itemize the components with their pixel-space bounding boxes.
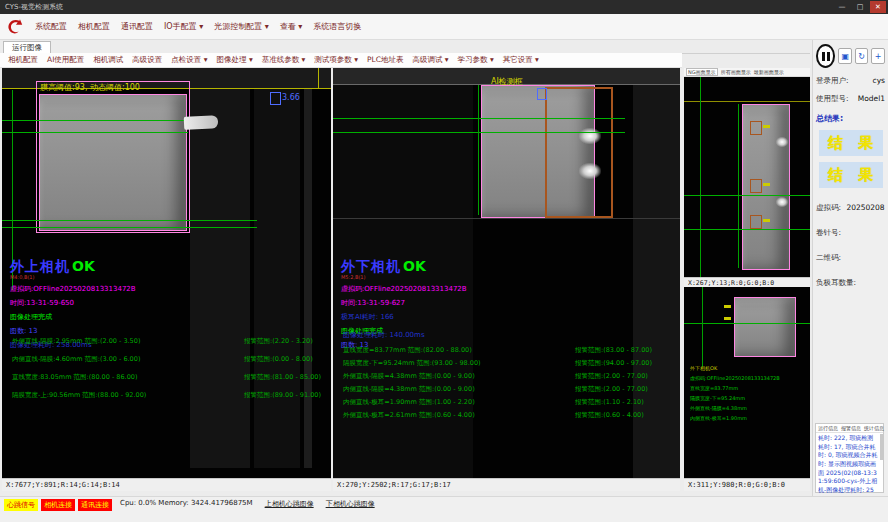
- measure-line: [2, 120, 188, 121]
- result-box-upper: 结 果: [819, 130, 883, 156]
- camera-view-lower[interactable]: AI检测框 外下相机OK M5:2,B(1) 虚拟码:OFFline202502…: [333, 68, 680, 478]
- toolbar-item[interactable]: AI使用配置: [47, 55, 84, 65]
- menu-item[interactable]: 通讯配置: [121, 21, 153, 32]
- measurement-row: 外侧直线-极耳=2.61mm 范围:(0.60 - 4.00)报警范围:(0.6…: [343, 409, 652, 422]
- info-log-scrollbar[interactable]: [880, 434, 883, 460]
- measurement-row: 内侧直线-隔膜:4.60mm 范围:(3.00 - 6.00)报警范围:(0.0…: [12, 350, 321, 368]
- snapshot-button[interactable]: ▣: [838, 48, 852, 64]
- menu-bar: 系统配置相机配置通讯配置IO手配置 ▾光源控制配置 ▾查看 ▾系统语言切换: [0, 14, 888, 40]
- detect-box: [750, 121, 762, 135]
- add-button[interactable]: +: [871, 48, 885, 64]
- info-log-tab[interactable]: 统计信息: [864, 425, 884, 431]
- machine-band: [254, 88, 300, 468]
- toolbar-item[interactable]: 学习参数 ▾: [458, 55, 494, 65]
- measure-line: [700, 77, 701, 277]
- tab-connector: [184, 115, 219, 130]
- annotation-mark: [724, 317, 731, 320]
- measure-line: [2, 220, 257, 221]
- measure-line: [2, 132, 188, 133]
- detect-box: [270, 92, 281, 105]
- mini-overlay-line: 直线宽度=83.77mm: [690, 385, 780, 391]
- measurement-row: 直线宽度=83.77mm 范围:(82.00 - 88.00)报警范围:(83.…: [343, 344, 652, 357]
- lower-camera-heartbeat-link[interactable]: 下相机心跳图像: [326, 499, 375, 509]
- info-log-tab[interactable]: 报警信息: [841, 425, 861, 431]
- barcode-label: 虚拟码:: [816, 203, 841, 212]
- menu-item[interactable]: 系统语言切换: [313, 21, 361, 32]
- toolbar-item[interactable]: 测试项参数 ▾: [314, 55, 358, 65]
- menu-item[interactable]: 查看 ▾: [280, 21, 303, 32]
- capture-time: 时间:13-31-59-627: [341, 298, 467, 308]
- small-view-tab[interactable]: NG画面显示: [686, 68, 718, 76]
- small-view-tab[interactable]: 最新画面显示: [754, 69, 784, 75]
- qr-code-label: 二维码:: [816, 253, 885, 263]
- workpiece-image: [39, 94, 187, 231]
- measurement-row: 外侧直线-隔膜=4.38mm 范围:(0.00 - 9.00)报警范围:(2.0…: [343, 370, 652, 383]
- measurement-row: 直线宽度:83.05mm 范围:(80.00 - 86.00)报警范围:(81.…: [12, 368, 321, 386]
- login-user-row: 登录用户: cys: [816, 76, 885, 86]
- refresh-button[interactable]: ↻: [855, 48, 869, 64]
- toolbar-item[interactable]: 高级设置: [132, 55, 162, 65]
- measure-line: [478, 85, 479, 215]
- toolbar: 相机配置AI使用配置相机调试高级设置点检设置 ▾图像处理 ▾基准线参数 ▾测试项…: [0, 53, 682, 68]
- measurement-row: 内侧直线-极耳=1.90mm 范围:(1.00 - 2.20)报警范围:(1.1…: [343, 396, 652, 409]
- menu-item[interactable]: 系统配置: [35, 21, 67, 32]
- detect-box: [750, 179, 762, 193]
- close-button[interactable]: ✕: [870, 1, 886, 13]
- toolbar-item[interactable]: 相机配置: [8, 55, 38, 65]
- measure-line: [738, 104, 739, 268]
- tab-strip: 运行图像: [0, 40, 810, 54]
- process-elapsed: 图像处理耗时: 140.00ms: [343, 330, 652, 340]
- login-user-value: cys: [873, 76, 885, 86]
- small-view-top[interactable]: [684, 77, 810, 277]
- result-ok: OK: [403, 258, 426, 274]
- virtual-code: 虚拟码:OFFline2025020813313472B: [10, 284, 136, 294]
- model-row: 使用型号: Model1: [816, 94, 885, 104]
- title-bar: CYS-视觉检测系统 — □ ✕: [0, 0, 888, 14]
- result-box-lower: 结 果: [819, 162, 883, 188]
- annotation-mark: [763, 125, 770, 128]
- toolbar-item[interactable]: 图像处理 ▾: [217, 55, 253, 65]
- toolbar-item[interactable]: 点检设置 ▾: [171, 55, 207, 65]
- info-log-text: 耗时: 222, 瑕疵检测耗时: 17, 瑕疵合并耗时: 0, 瑕疵视频合并耗时…: [816, 433, 883, 505]
- toolbar-item[interactable]: 高级调试 ▾: [412, 55, 448, 65]
- annotation-mark: [763, 183, 770, 186]
- mini-overlay-text: 外下相机OK虚拟码:OFFline2025020813313472B直线宽度=8…: [690, 365, 780, 421]
- total-result-label: 总结果:: [816, 113, 885, 124]
- machine-band: [304, 88, 312, 468]
- minimize-button[interactable]: —: [834, 1, 850, 13]
- menu-item[interactable]: 相机配置: [78, 21, 110, 32]
- pixel-coords-lower: X:270;Y:2502;R:17;G:17;B:17: [333, 478, 680, 491]
- upper-camera-heartbeat-link[interactable]: 上相机心跳图像: [265, 499, 314, 509]
- detect-box-value: 3.66: [282, 93, 300, 102]
- info-log-tab[interactable]: 运行信息: [818, 425, 838, 431]
- annotation-mark: [763, 219, 770, 222]
- toolbar-item[interactable]: PLC地址表: [367, 55, 403, 65]
- ai-detect-label: AI检测框: [491, 76, 523, 87]
- virtual-code: 虚拟码:OFFline2025020813313472B: [341, 284, 467, 294]
- small-view-bottom[interactable]: 外下相机OK虚拟码:OFFline2025020813313472B直线宽度=8…: [684, 287, 810, 478]
- maximize-button[interactable]: □: [852, 1, 868, 13]
- menu-item[interactable]: IO手配置 ▾: [164, 21, 203, 32]
- measurement-row: 内侧直线-隔膜=4.38mm 范围:(0.00 - 9.00)报警范围:(2.0…: [343, 383, 652, 396]
- mini-overlay-line: 外侧直线-隔膜=4.38mm: [690, 405, 780, 411]
- window-controls: — □ ✕: [834, 0, 886, 14]
- toolbar-item[interactable]: 基准线参数 ▾: [262, 55, 306, 65]
- app-logo-icon: [6, 18, 24, 36]
- app-window: CYS-视觉检测系统 — □ ✕ 系统配置相机配置通讯配置IO手配置 ▾光源控制…: [0, 0, 888, 522]
- toolbar-item[interactable]: 相机调试: [93, 55, 123, 65]
- menu-item[interactable]: 光源控制配置 ▾: [214, 21, 269, 32]
- mini-overlay-line: 虚拟码:OFFline2025020813313472B: [690, 375, 780, 381]
- camera-view-upper[interactable]: 膜高阈值:93, 动态阈值:100 3.66 外上相机OK M4:0,B(1) …: [2, 68, 331, 478]
- glare-spot: [579, 128, 601, 144]
- toolbar-item[interactable]: 其它设置 ▾: [503, 55, 539, 65]
- capture-time: 时间:13-31-59-650: [10, 298, 136, 308]
- mini-overlay-line: 隔膜宽度-下=95.24mm: [690, 395, 780, 401]
- camera-connection-badge: 相机连接: [41, 499, 75, 511]
- mini-overlay-line: 外下相机OK: [690, 365, 780, 371]
- barcode-value: 20250208: [846, 203, 884, 212]
- pause-button[interactable]: [816, 44, 835, 68]
- small-view-tab[interactable]: 所有画面显示: [721, 69, 751, 75]
- measurement-row: 隔膜宽度-上:90.56mm 范围:(88.00 - 92.00)报警范围:(8…: [12, 386, 321, 404]
- camera-name: 外下相机: [341, 258, 401, 274]
- model-value: Model1: [858, 94, 885, 104]
